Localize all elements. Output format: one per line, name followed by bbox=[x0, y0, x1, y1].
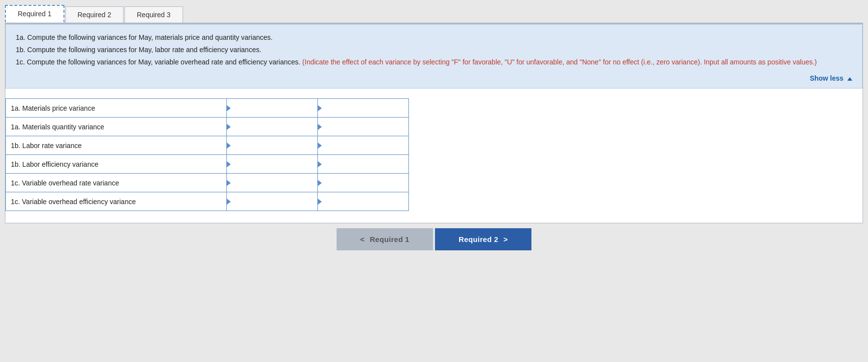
table-row: 1a. Materials quantity variance bbox=[6, 118, 409, 136]
variance-effect-input[interactable] bbox=[323, 179, 403, 187]
variance-effect-cell[interactable] bbox=[318, 118, 409, 136]
prev-button[interactable]: < Required 1 bbox=[337, 228, 433, 250]
instruction-line3-red: (Indicate the effect of each variance by… bbox=[302, 58, 817, 66]
tabs-row: Required 1 Required 2 Required 3 bbox=[5, 5, 863, 24]
variance-effect-cell[interactable] bbox=[318, 99, 409, 118]
variance-amount-input[interactable] bbox=[232, 179, 312, 187]
variance-effect-input[interactable] bbox=[323, 198, 403, 206]
variance-amount-input[interactable] bbox=[232, 160, 312, 168]
variance-amount-input[interactable] bbox=[232, 123, 312, 131]
variance-amount-input[interactable] bbox=[232, 198, 312, 206]
prev-button-label: Required 1 bbox=[370, 235, 409, 243]
variance-amount-input[interactable] bbox=[232, 142, 312, 150]
table-row: 1a. Materials price variance bbox=[6, 99, 409, 118]
table-row: 1b. Labor efficiency variance bbox=[6, 155, 409, 174]
variance-label: 1a. Materials price variance bbox=[6, 99, 227, 118]
variance-effect-input[interactable] bbox=[323, 123, 403, 131]
variance-amount-input[interactable] bbox=[232, 104, 312, 112]
tab-required-3[interactable]: Required 3 bbox=[124, 6, 183, 23]
table-wrapper: 1a. Materials price variance1a. Material… bbox=[5, 96, 863, 211]
variance-amount-cell[interactable] bbox=[227, 99, 318, 118]
tab-required-1[interactable]: Required 1 bbox=[5, 5, 64, 23]
variance-label: 1b. Labor efficiency variance bbox=[6, 155, 227, 174]
content-area: 1a. Compute the following variances for … bbox=[5, 24, 863, 223]
variance-amount-cell[interactable] bbox=[227, 136, 318, 155]
tab-required-2[interactable]: Required 2 bbox=[65, 6, 124, 23]
variance-label: 1a. Materials quantity variance bbox=[6, 118, 227, 136]
prev-arrow-icon: < bbox=[360, 235, 365, 243]
variance-label: 1b. Labor rate variance bbox=[6, 136, 227, 155]
instruction-line3: 1c. Compute the following variances for … bbox=[16, 57, 852, 67]
variance-label: 1c. Variable overhead rate variance bbox=[6, 174, 227, 192]
variance-effect-input[interactable] bbox=[323, 104, 403, 112]
next-button-label: Required 2 bbox=[459, 235, 498, 243]
table-row: 1c. Variable overhead efficiency varianc… bbox=[6, 192, 409, 211]
variance-amount-cell[interactable] bbox=[227, 118, 318, 136]
variance-table: 1a. Materials price variance1a. Material… bbox=[5, 98, 409, 211]
variance-amount-cell[interactable] bbox=[227, 192, 318, 211]
instruction-line3-text: 1c. Compute the following variances for … bbox=[16, 58, 300, 66]
variance-effect-cell[interactable] bbox=[318, 136, 409, 155]
tab-required-1-label: Required 1 bbox=[18, 10, 52, 18]
show-less-section: Show less bbox=[16, 69, 852, 82]
variance-effect-cell[interactable] bbox=[318, 192, 409, 211]
variance-amount-cell[interactable] bbox=[227, 155, 318, 174]
show-less-arrow-icon bbox=[847, 77, 852, 81]
instruction-line1: 1a. Compute the following variances for … bbox=[16, 32, 852, 43]
variance-effect-cell[interactable] bbox=[318, 174, 409, 192]
show-less-label: Show less bbox=[810, 74, 843, 82]
next-arrow-icon: > bbox=[503, 235, 508, 243]
table-row: 1c. Variable overhead rate variance bbox=[6, 174, 409, 192]
main-container: Required 1 Required 2 Required 3 1a. Com… bbox=[5, 5, 863, 250]
tab-required-3-label: Required 3 bbox=[137, 11, 171, 19]
variance-effect-input[interactable] bbox=[323, 142, 403, 150]
variance-effect-cell[interactable] bbox=[318, 155, 409, 174]
tab-required-2-label: Required 2 bbox=[78, 11, 112, 19]
variance-label: 1c. Variable overhead efficiency varianc… bbox=[6, 192, 227, 211]
show-less-link[interactable]: Show less bbox=[810, 74, 852, 82]
next-button[interactable]: Required 2 > bbox=[435, 228, 531, 250]
instruction-line2: 1b. Compute the following variances for … bbox=[16, 45, 852, 55]
variance-amount-cell[interactable] bbox=[227, 174, 318, 192]
nav-buttons: < Required 1 Required 2 > bbox=[5, 228, 863, 250]
table-row: 1b. Labor rate variance bbox=[6, 136, 409, 155]
variance-effect-input[interactable] bbox=[323, 160, 403, 168]
instructions-box: 1a. Compute the following variances for … bbox=[5, 24, 863, 89]
